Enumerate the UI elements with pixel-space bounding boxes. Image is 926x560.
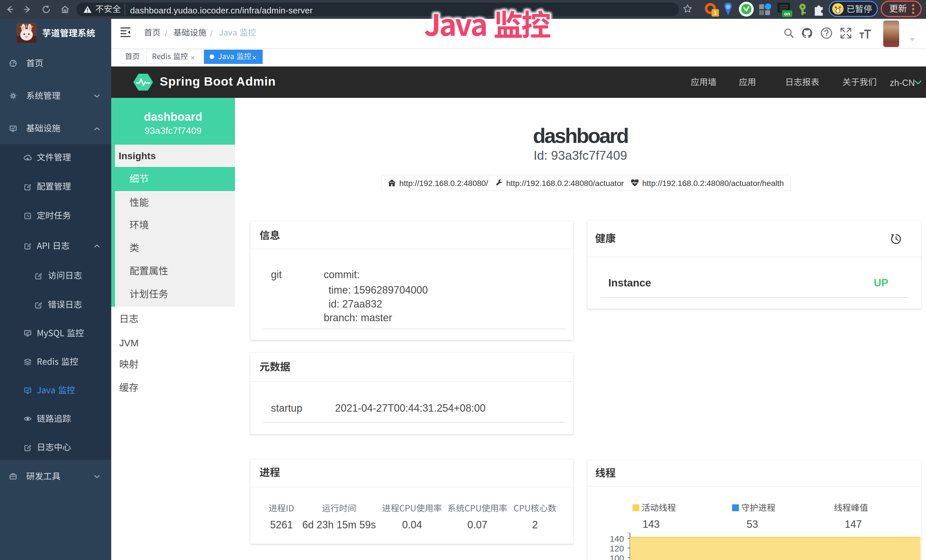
svg-text:on: on xyxy=(784,11,790,17)
svg-text:1: 1 xyxy=(714,10,717,16)
